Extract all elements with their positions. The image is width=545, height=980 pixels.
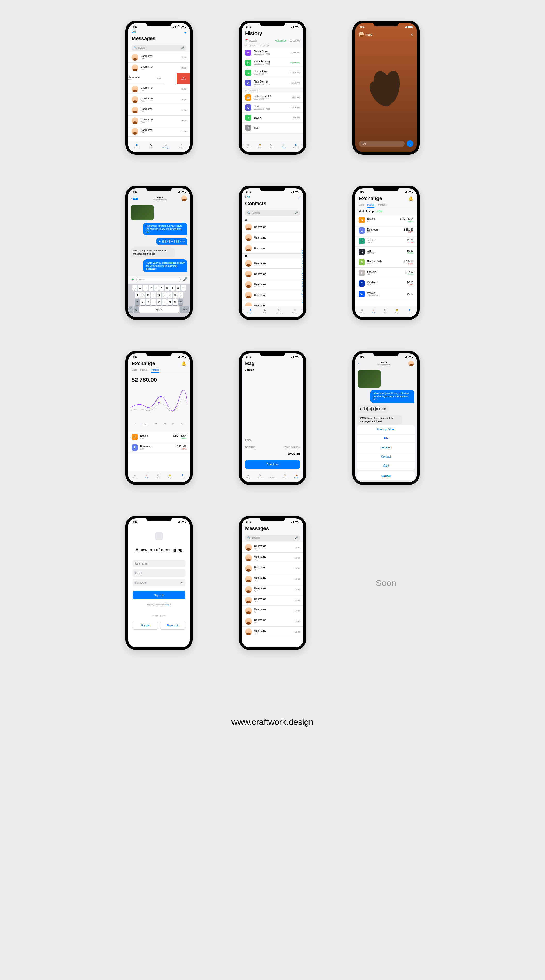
- tab-profile[interactable]: 👜Profile: [295, 473, 299, 479]
- tab-cards[interactable]: 💳Cards: [168, 473, 172, 479]
- sheet-option[interactable]: Photo or Video: [357, 425, 415, 434]
- tab-orders[interactable]: 📋Orders: [282, 473, 287, 479]
- tab-main[interactable]: ▦Main: [360, 308, 364, 313]
- coin-row[interactable]: EEthereumETH$451.66-1.87%: [128, 442, 190, 453]
- contact-row[interactable]: Username: [242, 222, 303, 232]
- message-input[interactable]: Text: [359, 141, 405, 147]
- input-password[interactable]: Password👁: [133, 579, 185, 587]
- emoji-key[interactable]: ☺: [134, 306, 139, 313]
- tab-chat[interactable]: 💬Chat: [269, 143, 274, 148]
- timerange-1Y[interactable]: 1Y: [172, 423, 175, 426]
- tab-contacts[interactable]: 👤Contacts: [247, 308, 253, 313]
- key-C[interactable]: C: [151, 299, 156, 305]
- tab-portfolio[interactable]: Portfolio: [378, 204, 387, 206]
- facebook-button[interactable]: Facebook: [160, 622, 185, 630]
- search-input[interactable]: 🔍Search🎤: [245, 210, 300, 216]
- transaction-row[interactable]: ✈Airline TicketMastercard · 7682-$756.00: [242, 48, 303, 58]
- coin-row[interactable]: LLitecoinLTC$67.07+5.78%: [355, 268, 417, 278]
- back-icon[interactable]: ‹ 243: [131, 197, 138, 200]
- key-L[interactable]: L: [178, 292, 183, 298]
- tab-wishlist[interactable]: ♡Wishlist: [270, 473, 275, 479]
- timerange-1M[interactable]: 1M: [154, 423, 157, 426]
- message-bubble[interactable]: OMG, I've just tried to record this mess…: [131, 247, 175, 257]
- message-row[interactable]: UsernameText15:00: [242, 606, 303, 616]
- coin-row[interactable]: WWavesOneWaveUSD$5.07: [355, 289, 417, 299]
- message-bubble[interactable]: Haha! Can you please repeat it slowly an…: [143, 259, 187, 272]
- key-Y[interactable]: Y: [159, 285, 164, 291]
- tab-trade[interactable]: 📈Trade: [145, 473, 149, 479]
- coin-row[interactable]: CCardanoADA$0.10-1.77%: [355, 278, 417, 289]
- transaction-row[interactable]: CCOSMastercard · 7682-$200.00: [242, 103, 303, 113]
- tab-chat[interactable]: 💬Chat: [383, 308, 387, 313]
- message-row[interactable]: UsernameText15:00: [242, 542, 303, 553]
- message-bubble[interactable]: Remember you told me you'll never use ch…: [143, 223, 187, 235]
- key-Z[interactable]: Z: [140, 299, 145, 305]
- tab-shop[interactable]: ▦Shop: [246, 473, 250, 479]
- contact-row[interactable]: Username: [242, 269, 303, 279]
- delete-button[interactable]: 🗑Delete: [177, 73, 190, 84]
- coin-row[interactable]: BBitcoinBTC$16 195.04+686%: [355, 215, 417, 225]
- timerange-7D[interactable]: 7D: [142, 423, 148, 426]
- login-link[interactable]: Log In: [166, 603, 171, 606]
- key-Q[interactable]: Q: [132, 285, 137, 291]
- key-I[interactable]: I: [170, 285, 175, 291]
- message-bubble[interactable]: Remember you told me you'll never use ch…: [370, 390, 414, 403]
- tab-cards[interactable]: 💳Cards: [395, 308, 399, 313]
- label-key[interactable]: Label: [180, 306, 190, 313]
- tab-main[interactable]: ▦Main: [133, 473, 137, 479]
- edit-button[interactable]: Edit: [132, 30, 136, 35]
- message-row[interactable]: UsernameText15:00: [128, 84, 190, 94]
- cancel-button[interactable]: Cancel: [357, 471, 415, 480]
- key-T[interactable]: T: [154, 285, 159, 291]
- timerange-ALL[interactable]: ALL: [181, 423, 184, 426]
- timerange-3M[interactable]: 3M: [163, 423, 166, 426]
- eye-icon[interactable]: 👁: [180, 581, 183, 584]
- contact-row[interactable]: Username: [242, 258, 303, 269]
- tab-calls[interactable]: 📞Calls: [263, 308, 266, 313]
- message-row[interactable]: UsernameText15:00: [128, 116, 190, 126]
- key-O[interactable]: O: [176, 285, 180, 291]
- key-D[interactable]: D: [146, 292, 150, 298]
- tab-main[interactable]: Main: [359, 204, 364, 206]
- contact-row[interactable]: Username: [242, 279, 303, 290]
- tab-cards[interactable]: 💳Cards: [258, 143, 262, 148]
- tab-search[interactable]: 🔍Search: [258, 473, 263, 479]
- message-row[interactable]: UsernameText15:00: [242, 584, 303, 595]
- tab-calls[interactable]: 📞Calls: [149, 143, 153, 148]
- message-row[interactable]: UsernameText15:00: [242, 616, 303, 627]
- message-row[interactable]: UsernameText15:00: [128, 105, 190, 116]
- tab-messages[interactable]: 💬Messages: [276, 308, 283, 313]
- input-username[interactable]: Username: [133, 560, 185, 567]
- key-W[interactable]: W: [138, 285, 142, 291]
- contact-row[interactable]: Username: [242, 232, 303, 243]
- transaction-row[interactable]: ☕Coffee Street 38Visa · 8245-$12.00: [242, 92, 303, 103]
- message-row[interactable]: UsernameText15:00: [128, 52, 190, 63]
- sheet-option[interactable]: @gif: [357, 461, 415, 470]
- coin-row[interactable]: BBitcoin CashBCH$255.85-6.19%: [355, 257, 417, 268]
- tab-account[interactable]: 👤Account: [180, 473, 185, 479]
- transaction-row[interactable]: ♪Spotify-$10.00: [242, 113, 303, 123]
- tab-main[interactable]: Main: [132, 369, 137, 371]
- key-N[interactable]: N: [167, 299, 172, 305]
- coin-row[interactable]: XXRPXRPBEP$0.27+5.95%: [355, 247, 417, 257]
- tab-market[interactable]: Market: [368, 204, 374, 206]
- key-U[interactable]: U: [165, 285, 169, 291]
- transaction-row[interactable]: AAlan DenverMastercard · 7682-$700.00: [242, 78, 303, 88]
- attach-icon[interactable]: ＋: [131, 277, 135, 282]
- summary-row[interactable]: ShippingUnited States ›: [242, 444, 303, 450]
- tab-contacts[interactable]: 👤Contacts: [134, 143, 140, 148]
- contact-row[interactable]: Username: [242, 243, 303, 253]
- search-input[interactable]: 🔍Search🎤: [245, 535, 300, 541]
- message-row[interactable]: UsernameText15:00: [242, 553, 303, 563]
- voice-icon[interactable]: 🎤: [182, 277, 187, 282]
- key-E[interactable]: E: [143, 285, 148, 291]
- transaction-row[interactable]: ⌂House RentVisa · 8245-$2 500.00: [242, 68, 303, 78]
- transaction-row[interactable]: TTitle: [242, 123, 303, 133]
- transaction-row[interactable]: NNana FanningMastercard · 7682+$280.00: [242, 58, 303, 68]
- bell-icon[interactable]: 🔔: [181, 361, 186, 366]
- num-key[interactable]: 123: [129, 306, 133, 313]
- keyboard[interactable]: QWERTYUIOPASDFGHJKL⇧ZXCVBNM⌫123☺spaceLab…: [128, 284, 190, 317]
- edit-button[interactable]: Edit: [245, 196, 250, 200]
- voice-message[interactable]: ▶00:31: [156, 237, 187, 245]
- image-message[interactable]: [358, 370, 381, 388]
